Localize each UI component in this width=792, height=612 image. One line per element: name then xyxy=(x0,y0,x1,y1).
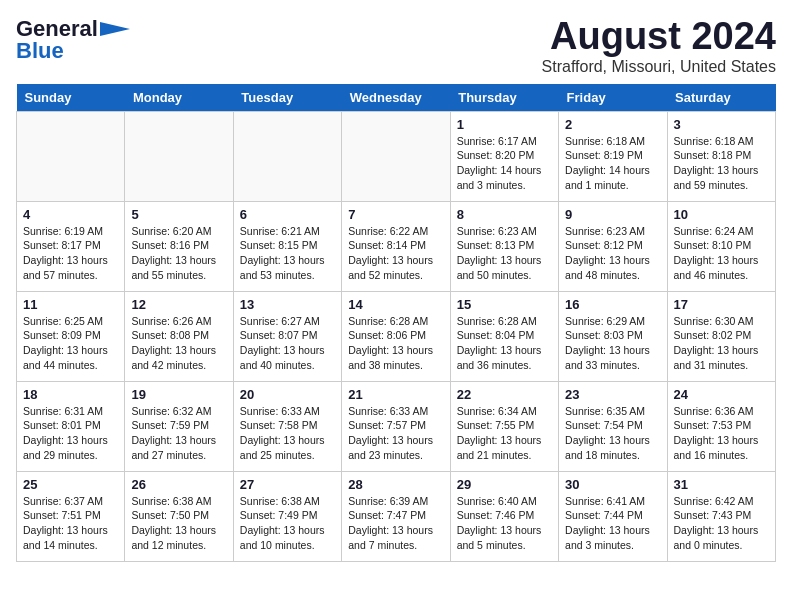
calendar-cell-23: 20Sunrise: 6:33 AMSunset: 7:58 PMDayligh… xyxy=(233,381,341,471)
day-number: 10 xyxy=(674,207,769,222)
day-info: Sunrise: 6:42 AMSunset: 7:43 PMDaylight:… xyxy=(674,495,759,551)
calendar-cell-27: 24Sunrise: 6:36 AMSunset: 7:53 PMDayligh… xyxy=(667,381,775,471)
day-number: 5 xyxy=(131,207,226,222)
calendar-cell-26: 23Sunrise: 6:35 AMSunset: 7:54 PMDayligh… xyxy=(559,381,667,471)
day-info: Sunrise: 6:28 AMSunset: 8:04 PMDaylight:… xyxy=(457,315,542,371)
weekday-header-thursday: Thursday xyxy=(450,84,558,112)
day-info: Sunrise: 6:17 AMSunset: 8:20 PMDaylight:… xyxy=(457,135,542,191)
calendar-cell-3 xyxy=(342,111,450,201)
calendar-cell-22: 19Sunrise: 6:32 AMSunset: 7:59 PMDayligh… xyxy=(125,381,233,471)
day-info: Sunrise: 6:31 AMSunset: 8:01 PMDaylight:… xyxy=(23,405,108,461)
day-info: Sunrise: 6:37 AMSunset: 7:51 PMDaylight:… xyxy=(23,495,108,551)
location-subtitle: Strafford, Missouri, United States xyxy=(542,58,776,76)
day-number: 20 xyxy=(240,387,335,402)
day-info: Sunrise: 6:23 AMSunset: 8:13 PMDaylight:… xyxy=(457,225,542,281)
day-number: 24 xyxy=(674,387,769,402)
calendar-cell-32: 29Sunrise: 6:40 AMSunset: 7:46 PMDayligh… xyxy=(450,471,558,561)
day-info: Sunrise: 6:34 AMSunset: 7:55 PMDaylight:… xyxy=(457,405,542,461)
day-info: Sunrise: 6:26 AMSunset: 8:08 PMDaylight:… xyxy=(131,315,216,371)
calendar-cell-25: 22Sunrise: 6:34 AMSunset: 7:55 PMDayligh… xyxy=(450,381,558,471)
calendar-cell-0 xyxy=(17,111,125,201)
day-info: Sunrise: 6:19 AMSunset: 8:17 PMDaylight:… xyxy=(23,225,108,281)
calendar-cell-20: 17Sunrise: 6:30 AMSunset: 8:02 PMDayligh… xyxy=(667,291,775,381)
calendar-cell-31: 28Sunrise: 6:39 AMSunset: 7:47 PMDayligh… xyxy=(342,471,450,561)
day-info: Sunrise: 6:30 AMSunset: 8:02 PMDaylight:… xyxy=(674,315,759,371)
logo-blue: Blue xyxy=(16,38,64,64)
day-number: 7 xyxy=(348,207,443,222)
day-info: Sunrise: 6:38 AMSunset: 7:49 PMDaylight:… xyxy=(240,495,325,551)
day-info: Sunrise: 6:36 AMSunset: 7:53 PMDaylight:… xyxy=(674,405,759,461)
logo: General Blue xyxy=(16,16,130,64)
day-number: 8 xyxy=(457,207,552,222)
day-info: Sunrise: 6:33 AMSunset: 7:57 PMDaylight:… xyxy=(348,405,433,461)
calendar-cell-21: 18Sunrise: 6:31 AMSunset: 8:01 PMDayligh… xyxy=(17,381,125,471)
day-number: 2 xyxy=(565,117,660,132)
day-number: 9 xyxy=(565,207,660,222)
day-number: 18 xyxy=(23,387,118,402)
day-number: 16 xyxy=(565,297,660,312)
day-number: 14 xyxy=(348,297,443,312)
calendar-table: SundayMondayTuesdayWednesdayThursdayFrid… xyxy=(16,84,776,562)
day-info: Sunrise: 6:35 AMSunset: 7:54 PMDaylight:… xyxy=(565,405,650,461)
day-number: 30 xyxy=(565,477,660,492)
month-year-title: August 2024 xyxy=(542,16,776,58)
day-number: 29 xyxy=(457,477,552,492)
logo-arrow-icon xyxy=(100,22,130,36)
day-info: Sunrise: 6:24 AMSunset: 8:10 PMDaylight:… xyxy=(674,225,759,281)
calendar-cell-6: 3Sunrise: 6:18 AMSunset: 8:18 PMDaylight… xyxy=(667,111,775,201)
calendar-cell-34: 31Sunrise: 6:42 AMSunset: 7:43 PMDayligh… xyxy=(667,471,775,561)
day-info: Sunrise: 6:23 AMSunset: 8:12 PMDaylight:… xyxy=(565,225,650,281)
day-info: Sunrise: 6:38 AMSunset: 7:50 PMDaylight:… xyxy=(131,495,216,551)
day-info: Sunrise: 6:25 AMSunset: 8:09 PMDaylight:… xyxy=(23,315,108,371)
calendar-cell-10: 7Sunrise: 6:22 AMSunset: 8:14 PMDaylight… xyxy=(342,201,450,291)
day-number: 12 xyxy=(131,297,226,312)
day-number: 17 xyxy=(674,297,769,312)
svg-marker-0 xyxy=(100,22,130,36)
calendar-cell-18: 15Sunrise: 6:28 AMSunset: 8:04 PMDayligh… xyxy=(450,291,558,381)
weekday-header-sunday: Sunday xyxy=(17,84,125,112)
calendar-cell-8: 5Sunrise: 6:20 AMSunset: 8:16 PMDaylight… xyxy=(125,201,233,291)
calendar-cell-16: 13Sunrise: 6:27 AMSunset: 8:07 PMDayligh… xyxy=(233,291,341,381)
day-info: Sunrise: 6:21 AMSunset: 8:15 PMDaylight:… xyxy=(240,225,325,281)
day-number: 15 xyxy=(457,297,552,312)
day-number: 21 xyxy=(348,387,443,402)
calendar-cell-30: 27Sunrise: 6:38 AMSunset: 7:49 PMDayligh… xyxy=(233,471,341,561)
calendar-cell-17: 14Sunrise: 6:28 AMSunset: 8:06 PMDayligh… xyxy=(342,291,450,381)
calendar-cell-11: 8Sunrise: 6:23 AMSunset: 8:13 PMDaylight… xyxy=(450,201,558,291)
calendar-cell-28: 25Sunrise: 6:37 AMSunset: 7:51 PMDayligh… xyxy=(17,471,125,561)
calendar-cell-13: 10Sunrise: 6:24 AMSunset: 8:10 PMDayligh… xyxy=(667,201,775,291)
day-number: 19 xyxy=(131,387,226,402)
day-info: Sunrise: 6:40 AMSunset: 7:46 PMDaylight:… xyxy=(457,495,542,551)
weekday-header-tuesday: Tuesday xyxy=(233,84,341,112)
day-info: Sunrise: 6:27 AMSunset: 8:07 PMDaylight:… xyxy=(240,315,325,371)
weekday-header-saturday: Saturday xyxy=(667,84,775,112)
header-area: General Blue August 2024 Strafford, Miss… xyxy=(16,16,776,76)
calendar-cell-2 xyxy=(233,111,341,201)
day-info: Sunrise: 6:22 AMSunset: 8:14 PMDaylight:… xyxy=(348,225,433,281)
day-info: Sunrise: 6:33 AMSunset: 7:58 PMDaylight:… xyxy=(240,405,325,461)
day-number: 28 xyxy=(348,477,443,492)
calendar-cell-4: 1Sunrise: 6:17 AMSunset: 8:20 PMDaylight… xyxy=(450,111,558,201)
calendar-cell-15: 12Sunrise: 6:26 AMSunset: 8:08 PMDayligh… xyxy=(125,291,233,381)
day-info: Sunrise: 6:28 AMSunset: 8:06 PMDaylight:… xyxy=(348,315,433,371)
calendar-cell-1 xyxy=(125,111,233,201)
calendar-cell-9: 6Sunrise: 6:21 AMSunset: 8:15 PMDaylight… xyxy=(233,201,341,291)
day-number: 31 xyxy=(674,477,769,492)
day-number: 6 xyxy=(240,207,335,222)
day-number: 13 xyxy=(240,297,335,312)
day-info: Sunrise: 6:32 AMSunset: 7:59 PMDaylight:… xyxy=(131,405,216,461)
day-number: 26 xyxy=(131,477,226,492)
calendar-cell-19: 16Sunrise: 6:29 AMSunset: 8:03 PMDayligh… xyxy=(559,291,667,381)
day-info: Sunrise: 6:41 AMSunset: 7:44 PMDaylight:… xyxy=(565,495,650,551)
day-number: 25 xyxy=(23,477,118,492)
day-number: 1 xyxy=(457,117,552,132)
day-number: 3 xyxy=(674,117,769,132)
calendar-cell-14: 11Sunrise: 6:25 AMSunset: 8:09 PMDayligh… xyxy=(17,291,125,381)
day-info: Sunrise: 6:20 AMSunset: 8:16 PMDaylight:… xyxy=(131,225,216,281)
day-info: Sunrise: 6:39 AMSunset: 7:47 PMDaylight:… xyxy=(348,495,433,551)
day-number: 27 xyxy=(240,477,335,492)
weekday-header-monday: Monday xyxy=(125,84,233,112)
day-number: 23 xyxy=(565,387,660,402)
calendar-cell-12: 9Sunrise: 6:23 AMSunset: 8:12 PMDaylight… xyxy=(559,201,667,291)
calendar-cell-7: 4Sunrise: 6:19 AMSunset: 8:17 PMDaylight… xyxy=(17,201,125,291)
